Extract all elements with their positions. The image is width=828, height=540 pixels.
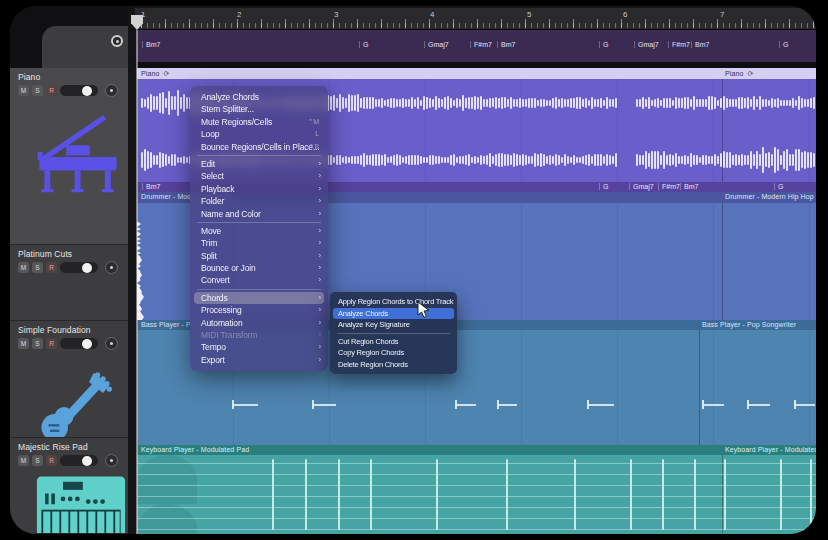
chord-label[interactable]: G: [599, 41, 608, 48]
submenu-item-analyze-chords[interactable]: Analyze Chords: [333, 308, 454, 320]
pad-articulation-tick: [662, 459, 664, 530]
track-name: Majestic Rise Pad: [18, 442, 88, 452]
chord-label[interactable]: Gmaj7: [424, 41, 449, 48]
menu-item-stem-splitter[interactable]: Stem Splitter...: [190, 103, 328, 115]
record-button[interactable]: R: [46, 262, 57, 273]
menu-item-move[interactable]: Move›: [190, 225, 328, 237]
chord-label[interactable]: Bm7: [691, 41, 709, 48]
mute-button[interactable]: M: [18, 338, 29, 349]
track-name: Simple Foundation: [18, 325, 91, 335]
chord-label[interactable]: F#m7: [470, 41, 492, 48]
chord-label[interactable]: G: [359, 41, 368, 48]
track-name: Platinum Cuts: [18, 249, 72, 259]
pan-knob[interactable]: [105, 337, 118, 350]
track-header-row[interactable]: Platinum CutsMSR: [10, 245, 128, 321]
loop-badge-icon: ⟳: [747, 70, 753, 78]
menu-item-edit[interactable]: Edit›: [190, 158, 328, 170]
loop-badge-icon: ⟳: [163, 70, 169, 78]
mute-button[interactable]: M: [18, 455, 29, 466]
volume-slider-knob[interactable]: [82, 263, 92, 273]
menu-separator: [337, 333, 450, 334]
instrument-icon-wrap: [36, 474, 120, 534]
keys-region[interactable]: [137, 455, 816, 534]
chord-label: Bm7: [142, 183, 160, 190]
submenu-arrow-icon: ›: [318, 170, 321, 182]
volume-slider[interactable]: [60, 455, 98, 466]
mute-button[interactable]: M: [18, 85, 29, 96]
chord-label[interactable]: Gmaj7: [634, 41, 659, 48]
volume-slider[interactable]: [60, 262, 98, 273]
menu-item-trim[interactable]: Trim›: [190, 237, 328, 249]
solo-button[interactable]: S: [32, 85, 43, 96]
menu-item-select[interactable]: Select›: [190, 170, 328, 182]
menu-item-tempo[interactable]: Tempo›: [190, 341, 328, 353]
menu-shortcut: ⌃M: [308, 116, 319, 128]
volume-slider-knob[interactable]: [82, 86, 92, 96]
record-dot-button[interactable]: [111, 35, 123, 47]
submenu-arrow-icon: ›: [318, 354, 321, 366]
chord-label[interactable]: G: [779, 41, 788, 48]
pad-articulation-tick: [694, 459, 696, 530]
menu-item-split[interactable]: Split›: [190, 250, 328, 262]
desktop: { "colors":{ "piano_region":"#6a5ecb","d…: [0, 0, 828, 540]
chord-track[interactable]: Bm7GGmaj7F#m7Bm7GGmaj7F#m7Bm7GGmaj7: [137, 30, 816, 62]
region-boundary: [722, 79, 723, 182]
volume-slider[interactable]: [60, 85, 98, 96]
volume-slider-knob[interactable]: [82, 339, 92, 349]
solo-button[interactable]: S: [32, 455, 43, 466]
pad-sustain-line: [137, 474, 816, 475]
menu-item-folder[interactable]: Folder›: [190, 195, 328, 207]
keys-region-header[interactable]: Keyboard Player - Modulated Pad Keyboard…: [137, 445, 816, 455]
piano-region-header[interactable]: Piano⟳ Piano⟳: [137, 68, 816, 79]
record-button[interactable]: R: [46, 85, 57, 96]
submenu-arrow-icon: ›: [318, 304, 321, 316]
menu-item-automation[interactable]: Automation›: [190, 317, 328, 329]
bar-number: 7: [720, 10, 724, 19]
menu-item-chords[interactable]: Chords›: [194, 292, 324, 304]
pad-articulation-tick: [574, 459, 576, 530]
chord-label: Gmaj7: [629, 183, 654, 190]
sidebar-header: [42, 26, 128, 68]
menu-item-playback[interactable]: Playback›: [190, 183, 328, 195]
keys-region-label: Keyboard Player - Modulated Pad: [141, 446, 249, 453]
submenu-arrow-icon: ›: [318, 195, 321, 207]
submenu-item-copy-region-chords[interactable]: Copy Region Chords: [330, 347, 457, 359]
track-header-row[interactable]: Simple FoundationMSR: [10, 321, 128, 438]
submenu-item-delete-region-chords[interactable]: Delete Region Chords: [330, 359, 457, 371]
submenu-item-analyze-key-signature[interactable]: Analyze Key Signature: [330, 319, 457, 331]
track-header-list: PianoMSR Platinum CutsMSRSimple Foundati…: [10, 68, 128, 534]
menu-shortcut: ⌃B: [309, 141, 319, 153]
chord-label: F#m7: [658, 183, 680, 190]
submenu-item-cut-region-chords[interactable]: Cut Region Chords: [330, 336, 457, 348]
volume-slider-knob[interactable]: [82, 456, 92, 466]
chord-label[interactable]: Bm7: [497, 41, 515, 48]
pan-knob[interactable]: [105, 261, 118, 274]
menu-item-mute-regions-cells[interactable]: Mute Regions/Cells⌃M: [190, 116, 328, 128]
volume-slider[interactable]: [60, 338, 98, 349]
chord-label[interactable]: Bm7: [142, 41, 160, 48]
menu-item-convert[interactable]: Convert›: [190, 274, 328, 286]
submenu-item-apply-region-chords-to-chord-track[interactable]: Apply Region Chords to Chord Track: [330, 296, 457, 308]
menu-item-export[interactable]: Export›: [190, 354, 328, 366]
track-header-row[interactable]: PianoMSR: [10, 68, 128, 245]
pan-knob[interactable]: [105, 454, 118, 467]
menu-item-name-and-color[interactable]: Name and Color›: [190, 208, 328, 220]
chord-label[interactable]: F#m7: [668, 41, 690, 48]
pad-sustain-line: [137, 507, 816, 508]
menu-item-midi-transform[interactable]: MIDI Transform›: [190, 329, 328, 341]
menu-item-bounce-regions-cells-in-place[interactable]: Bounce Regions/Cells in Place...⌃B: [190, 141, 328, 153]
solo-button[interactable]: S: [32, 262, 43, 273]
track-header-row[interactable]: Majestic Rise PadMSR: [10, 438, 128, 534]
ruler-beat-ticks: [141, 19, 816, 28]
menu-item-loop[interactable]: LoopL: [190, 128, 328, 140]
pan-knob[interactable]: [105, 84, 118, 97]
mute-button[interactable]: M: [18, 262, 29, 273]
record-button[interactable]: R: [46, 455, 57, 466]
record-button[interactable]: R: [46, 338, 57, 349]
menu-item-processing[interactable]: Processing›: [190, 304, 328, 316]
pad-articulation-tick: [370, 459, 372, 530]
menu-item-analyze-chords[interactable]: Analyze Chords: [190, 91, 328, 103]
bar-ruler[interactable]: 12345678: [135, 8, 816, 30]
menu-item-bounce-or-join[interactable]: Bounce or Join›: [190, 262, 328, 274]
solo-button[interactable]: S: [32, 338, 43, 349]
